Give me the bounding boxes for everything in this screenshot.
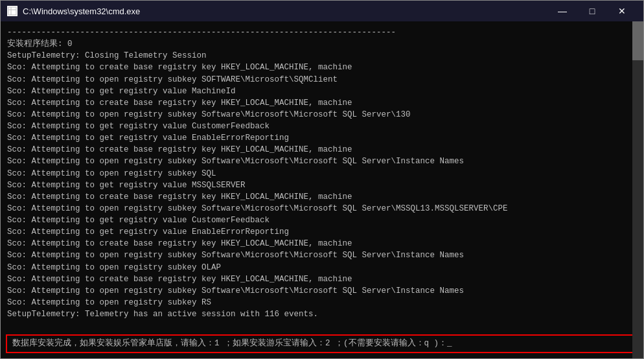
- title-bar: C:\Windows\system32\cmd.exe — □ ✕: [1, 1, 643, 21]
- console-line: Sco: Attempting to open registry subkey …: [7, 168, 637, 180]
- console-line: Sco: Attempting to create base registry …: [7, 238, 637, 249]
- console-line: Sco: Attempting to create base registry …: [7, 62, 637, 73]
- svg-rect-0: [8, 7, 16, 15]
- cmd-window: C:\Windows\system32\cmd.exe — □ ✕ ------…: [0, 0, 644, 359]
- console-line: ----------------------------------------…: [7, 27, 637, 38]
- console-line: SetupTelemetry: Telemetry has an active …: [7, 308, 637, 320]
- minimize-button[interactable]: —: [547, 1, 577, 21]
- scrollbar-thumb[interactable]: [632, 21, 643, 60]
- maximize-button[interactable]: □: [577, 1, 607, 21]
- console-input-bar[interactable]: 数据库安装完成，如果安装娱乐管家单店版，请输入：1 ；如果安装游乐宝请输入：2 …: [6, 334, 638, 354]
- console-line: Sco: Attempting to open registry subkey …: [7, 156, 637, 167]
- console-line: Sco: Attempting to get registry value En…: [7, 226, 637, 238]
- console-line: Sco: Attempting to create base registry …: [7, 144, 637, 156]
- console-line: Sco: Attempting to get registry value En…: [7, 132, 637, 144]
- close-button[interactable]: ✕: [607, 1, 637, 21]
- console-line: SetupTelemetry: Closing Telemetry Sessio…: [7, 50, 637, 62]
- console-line: Sco: Attempting to create base registry …: [7, 273, 637, 285]
- console-line: Sco: Attempting to get registry value MS…: [7, 180, 637, 191]
- console-line: Sco: Attempting to open registry subkey …: [7, 74, 637, 86]
- console-line: Sco: Attempting to get registry value Ma…: [7, 86, 637, 97]
- console-line: Sco: Attempting to open registry subkey …: [7, 297, 637, 308]
- console-output: ----------------------------------------…: [1, 21, 643, 332]
- console-line: Sco: Attempting to open registry subkey …: [7, 249, 637, 261]
- console-line: Sco: Attempting to get registry value Cu…: [7, 214, 637, 226]
- scrollbar[interactable]: [632, 21, 643, 358]
- window-title: C:\Windows\system32\cmd.exe: [23, 6, 547, 16]
- console-line: 安装程序结果: 0: [7, 38, 637, 50]
- console-line: Sco: Attempting to create base registry …: [7, 191, 637, 203]
- console-line: Sco: Attempting to open registry subkey …: [7, 285, 637, 297]
- window-controls: — □ ✕: [547, 1, 637, 21]
- console-line: Sco: Attempting to open registry subkey …: [7, 262, 637, 273]
- console-line: Sco: Attempting to open registry subkey …: [7, 109, 637, 121]
- console-line: Sco: Attempting to get registry value Cu…: [7, 121, 637, 132]
- console-line: Sco: Attempting to create base registry …: [7, 97, 637, 109]
- console-line: Sco: Attempting to open registry subkey …: [7, 203, 637, 214]
- window-icon: [7, 6, 17, 16]
- console-area: ----------------------------------------…: [1, 21, 643, 358]
